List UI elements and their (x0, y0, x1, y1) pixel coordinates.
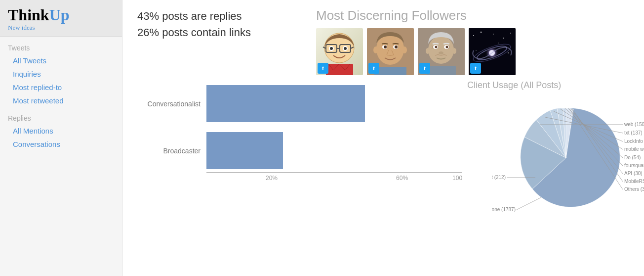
replies-section-header: Replies (0, 107, 122, 124)
svg-text:LockInfo (78): LockInfo (78) (624, 138, 644, 144)
twitter-badge-4: t (470, 63, 481, 74)
bar-row-conversationalist: Conversationalist (137, 85, 462, 122)
twitter-badge-3: t (419, 63, 430, 74)
axis-label-20: 20% (266, 175, 278, 182)
svg-point-37 (508, 52, 509, 53)
svg-point-18 (402, 46, 407, 53)
nav-conversations[interactable]: Conversations (0, 138, 122, 151)
svg-point-31 (473, 35, 474, 36)
twitter-badge-1: t (318, 63, 328, 74)
bar-container-conversationalist (206, 85, 462, 122)
svg-point-33 (493, 34, 494, 35)
stat-replies: 43% posts are replies (137, 8, 296, 24)
followers-title: Most Discerning Followers (316, 8, 634, 23)
svg-text:SimplyTweet (212): SimplyTweet (212) (492, 175, 506, 180)
logo-up: Up (49, 6, 70, 24)
pie-chart-area: Client Usage (All Posts) (462, 80, 634, 271)
nav-all-mentions[interactable]: All Mentions (0, 124, 122, 138)
svg-point-17 (373, 46, 378, 53)
followers-avatars: t (316, 28, 634, 75)
followers-section: Most Discerning Followers (306, 8, 634, 75)
svg-point-38 (498, 43, 498, 43)
axis-label-60: 60% (396, 175, 408, 182)
pie-chart-title: Client Usage (All Posts) (467, 80, 634, 91)
svg-text:MobileRSS iPhone: MobileRSS iPhone (624, 179, 644, 184)
logo-tagline: New ideas (8, 24, 114, 32)
svg-point-16 (395, 46, 398, 48)
stats-area: 43% posts are replies 26% posts contain … (137, 8, 296, 75)
svg-text:foursquare (44): foursquare (44) (624, 163, 644, 168)
pie-wrapper: SimplyTweet (212) r for iPhone (1787) we… (467, 93, 634, 222)
svg-point-32 (481, 32, 482, 33)
svg-point-25 (446, 46, 448, 48)
follower-avatar-2[interactable]: t (367, 28, 414, 75)
twitter-badge-2: t (368, 63, 379, 74)
nav-most-replied-to[interactable]: Most replied-to (0, 81, 122, 94)
svg-line-45 (517, 197, 541, 210)
svg-point-34 (503, 38, 504, 39)
svg-point-26 (439, 51, 443, 54)
svg-rect-29 (427, 66, 456, 75)
bar-chart-area: Conversationalist Broadcaster 20% 60% (137, 80, 462, 271)
sidebar: ThinkUp New ideas Tweets All Tweets Inqu… (0, 0, 122, 276)
svg-text:mobile web (62): mobile web (62) (624, 146, 644, 152)
nav-inquiries[interactable]: Inquiries (0, 67, 122, 81)
svg-point-8 (330, 47, 333, 50)
svg-point-21 (428, 36, 454, 64)
bottom-section: Conversationalist Broadcaster 20% 60% (122, 80, 644, 276)
nav-most-retweeted[interactable]: Most retweeted (0, 94, 122, 107)
follower-avatar-1[interactable]: t (316, 28, 363, 75)
follower-avatar-3[interactable]: t (418, 28, 465, 75)
bar-label-conversationalist: Conversationalist (137, 100, 206, 108)
bar-container-broadcaster (206, 132, 462, 169)
svg-point-27 (426, 48, 430, 54)
svg-point-36 (476, 50, 477, 51)
svg-point-9 (344, 47, 347, 50)
svg-point-28 (452, 48, 456, 54)
svg-text:Others (35): Others (35) (624, 186, 644, 192)
bar-row-broadcaster: Broadcaster (137, 132, 462, 169)
nav-all-tweets[interactable]: All Tweets (0, 54, 122, 67)
svg-text:Do (54): Do (54) (624, 155, 641, 160)
top-section: 43% posts are replies 26% posts contain … (122, 0, 644, 80)
svg-text:r for iPhone (1787): r for iPhone (1787) (492, 207, 516, 212)
bar-fill-conversationalist (206, 85, 365, 122)
svg-text:txt (137): txt (137) (624, 130, 643, 136)
logo-area: ThinkUp New ideas (0, 0, 122, 37)
svg-point-35 (510, 33, 511, 34)
svg-point-24 (435, 46, 438, 48)
bar-fill-broadcaster (206, 132, 283, 169)
pie-chart-svg: SimplyTweet (212) r for iPhone (1787) we… (492, 93, 644, 217)
tweets-section-header: Tweets (0, 37, 122, 54)
bar-label-broadcaster: Broadcaster (137, 147, 206, 155)
logo: ThinkUp (8, 7, 114, 23)
bar-axis: 20% 60% 100 (206, 172, 462, 182)
svg-text:web (150): web (150) (624, 122, 644, 127)
axis-label-100: 100 (452, 175, 462, 182)
svg-point-15 (384, 46, 387, 48)
main-content: 43% posts are replies 26% posts contain … (122, 0, 644, 276)
svg-text:API (30): API (30) (624, 171, 643, 176)
logo-think: Think (8, 6, 49, 24)
stat-links: 26% posts contain links (137, 24, 296, 41)
follower-avatar-4[interactable]: t (469, 28, 516, 75)
